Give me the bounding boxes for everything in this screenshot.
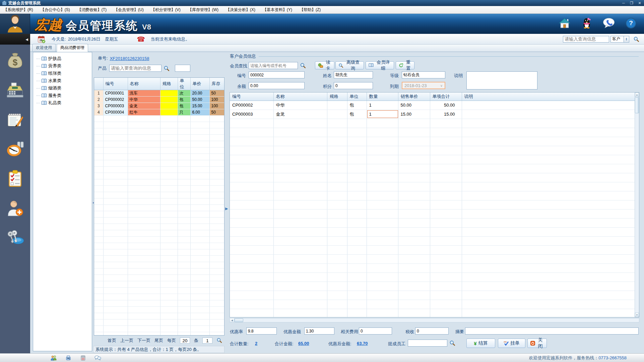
reset-button[interactable]: 重置 [396, 61, 414, 69]
member-name-input[interactable] [334, 71, 373, 78]
col-name[interactable]: 名称 [128, 78, 160, 90]
restore-button[interactable]: ❐ [629, 1, 634, 5]
product-row[interactable]: 4 CP000004 红牛 只 6.00 50 [94, 109, 224, 116]
scroll-left-icon[interactable]: ◀ [230, 318, 235, 322]
page-go-icon[interactable] [216, 338, 222, 344]
cart-col-name[interactable]: 名称 [273, 93, 327, 101]
notes-register-icon[interactable] [6, 111, 24, 128]
order-no-link[interactable]: XF20180126230158 [110, 56, 149, 61]
add-member-icon[interactable] [6, 199, 24, 217]
menu-item-member[interactable]: 【会员管理】(U) [114, 7, 144, 13]
cart-col-spec[interactable]: 规格 [327, 93, 347, 101]
member-code-input[interactable] [249, 71, 305, 78]
menu-item-points[interactable]: 【积分管理】(V) [151, 7, 181, 13]
call-message-icon[interactable] [602, 16, 615, 30]
tree-item-paper[interactable]: 纸张类 [37, 70, 90, 77]
calculator-icon[interactable] [80, 355, 86, 361]
tree-item-nutrition[interactable]: 营养类 [37, 62, 90, 70]
member-points-input[interactable] [334, 82, 373, 89]
menu-item-basicdata[interactable]: 【基本资料】(Y) [263, 7, 292, 13]
total-amount-value[interactable]: 65.00 [298, 341, 309, 346]
col-code[interactable]: 编号 [103, 78, 128, 90]
read-card-button[interactable]: 读卡 [315, 61, 334, 69]
vscroll-thumb[interactable] [635, 97, 639, 113]
member-level-input[interactable] [402, 71, 445, 78]
close-button[interactable]: ✕ [637, 1, 642, 5]
cart-hscrollbar[interactable]: ◀ [230, 318, 639, 322]
pos-terminal-icon[interactable] [6, 81, 24, 99]
fax-phone-icon[interactable] [65, 355, 72, 361]
menu-item-stock[interactable]: 【库存管理】(W) [188, 7, 218, 13]
menu-item-cashier[interactable]: 【消费收银】(T) [77, 7, 107, 13]
tab-welcome[interactable]: 欢迎使用 [32, 44, 56, 52]
cash-money-icon[interactable]: $ [6, 52, 24, 69]
scroll-down-icon[interactable]: ▼ [635, 313, 639, 317]
menu-item-system[interactable]: 【系统维护】(R) [3, 7, 33, 13]
menu-item-office[interactable]: 【办公中心】(S) [41, 7, 70, 13]
cart-col-unit[interactable]: 单位 [347, 93, 367, 101]
col-price[interactable]: 单价 [190, 78, 209, 90]
close-order-button[interactable]: 关闭 [527, 339, 547, 348]
product-row[interactable]: 1 CP000001 洗车 次 20.00 50 [94, 90, 224, 97]
tree-item-skincare[interactable]: 护肤品 [37, 55, 90, 62]
advanced-query-button[interactable]: 高级查询 [335, 61, 364, 69]
collapse-product-splitter-icon[interactable]: ▶ [225, 206, 228, 211]
cart-col-code[interactable]: 编号 [230, 93, 273, 101]
hscroll-thumb[interactable] [235, 318, 243, 322]
cart-col-subtotal[interactable]: 单项合计 [430, 93, 462, 101]
discount-rate-input[interactable] [246, 327, 277, 335]
tree-item-fruit[interactable]: 水果类 [37, 77, 90, 84]
member-balance-input[interactable] [249, 82, 305, 89]
menu-item-help[interactable]: 【帮助】(Z) [300, 7, 321, 13]
settle-button[interactable]: ¥ 结算 [466, 339, 495, 348]
related-fee-input[interactable] [359, 327, 392, 335]
hold-order-button[interactable]: ABC 挂单 [498, 339, 525, 348]
discount-amount-input[interactable] [304, 327, 334, 335]
global-search-input[interactable] [563, 36, 609, 43]
cart-qty-input[interactable] [367, 110, 398, 118]
memo-input[interactable] [465, 327, 639, 335]
member-note-textarea[interactable] [466, 71, 537, 89]
keys-icon[interactable] [6, 229, 24, 246]
tree-item-service[interactable]: 服务类 [37, 92, 90, 99]
tree-item-tobacco[interactable]: 烟酒类 [37, 84, 90, 92]
tree-item-gift[interactable]: 礼品类 [37, 99, 90, 107]
checklist-icon[interactable] [6, 170, 24, 187]
page-last-link[interactable]: 尾页 [154, 338, 163, 344]
cart-vscrollbar[interactable]: ▲ ▼ [635, 93, 639, 317]
members-icon[interactable] [50, 355, 57, 361]
staff-search-icon[interactable] [449, 340, 455, 346]
cart-col-qty[interactable]: 数量 [367, 93, 398, 101]
scroll-up-icon[interactable]: ▲ [635, 93, 639, 97]
collapse-sidebar-icon[interactable]: ◀ [25, 38, 28, 41]
page-first-link[interactable]: 首页 [108, 338, 116, 344]
global-search-icon[interactable] [633, 36, 639, 42]
cart-col-price[interactable]: 销售单价 [398, 93, 430, 101]
search-type-select[interactable]: 客户 ▲▼ [610, 36, 629, 43]
tax-input[interactable] [415, 327, 449, 335]
member-search-icon[interactable] [300, 62, 306, 68]
total-qty-value[interactable]: 2 [255, 341, 257, 346]
home-icon[interactable] [558, 16, 571, 30]
member-expire-select[interactable]: 2018-01-23 ∨ [402, 82, 445, 89]
member-search-input[interactable] [249, 62, 298, 69]
cart-row[interactable]: CP000002 中华 包 1 50.00 50.00 [230, 101, 635, 110]
page-prev-link[interactable]: 上一页 [120, 338, 133, 344]
cart-row[interactable]: CP000003 金龙 包 15.00 15.00 [230, 110, 635, 119]
page-next-link[interactable]: 下一页 [137, 338, 150, 344]
timer-clock-icon[interactable] [6, 140, 24, 158]
col-spec[interactable]: 规格 [160, 78, 178, 90]
discounted-amount-value[interactable]: 63.70 [357, 341, 368, 346]
staff-input[interactable] [408, 340, 447, 347]
col-stock[interactable]: 库存 [209, 78, 224, 90]
product-row[interactable]: 3 CP000003 金龙 包 15.00 100 [94, 103, 224, 109]
cart-col-note[interactable]: 说明 [462, 93, 635, 101]
per-page-input[interactable] [180, 338, 190, 344]
help-icon[interactable]: ? [625, 16, 637, 30]
chat-icon[interactable] [94, 355, 101, 361]
member-detail-button[interactable]: 会员详细 [366, 61, 394, 69]
tab-consume-manage[interactable]: 商品消费管理 [57, 44, 88, 52]
product-filter-box[interactable] [175, 65, 190, 72]
qq-icon[interactable] [580, 16, 593, 30]
col-unit[interactable]: 单位 [178, 78, 190, 90]
